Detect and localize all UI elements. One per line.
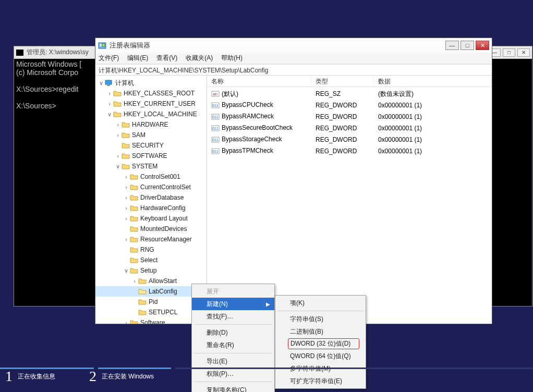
tree-hklm[interactable]: ∨HKEY_LOCAL_MACHINE [95, 109, 207, 119]
chevron-right-icon[interactable]: › [123, 183, 130, 191]
cmd-close-button[interactable]: ✕ [517, 48, 530, 57]
header-name[interactable]: 名称 [207, 76, 311, 87]
chevron-down-icon[interactable]: ∨ [98, 79, 105, 87]
ctx-new[interactable]: 新建(N)▶ [192, 298, 274, 310]
step-label: 正在安装 Windows [102, 372, 154, 381]
folder-icon [122, 131, 130, 139]
value-row[interactable]: 011BypassTPMCheckREG_DWORD0x00000001 (1) [207, 145, 492, 157]
tree-allowstart[interactable]: ›AllowStart [95, 276, 207, 286]
ctx-rename[interactable]: 重命名(R) [192, 339, 274, 351]
menu-file[interactable]: 文件(F) [99, 54, 119, 63]
tree-setupcl[interactable]: ›SETUPCL [95, 307, 207, 317]
tree-rng[interactable]: ›RNG [95, 244, 207, 255]
value-type: REG_DWORD [311, 125, 374, 132]
separator [194, 353, 272, 353]
ctx-new-key[interactable]: 项(K) [275, 297, 366, 309]
svg-rect-5 [107, 85, 110, 86]
dword-value-icon: 011 [211, 136, 220, 144]
regedit-maximize-button[interactable]: □ [461, 41, 474, 50]
chevron-right-icon[interactable]: › [114, 152, 122, 160]
tree-security[interactable]: ›SECURITY [95, 140, 207, 151]
regedit-titlebar[interactable]: 注册表编辑器 — □ ✕ [95, 38, 492, 53]
value-type: REG_DWORD [311, 136, 374, 143]
separator [194, 324, 272, 325]
tree-controlset001[interactable]: ›ControlSet001 [95, 172, 207, 182]
folder-icon [122, 163, 130, 170]
tree-currentcontrolset[interactable]: ›CurrentControlSet [95, 182, 207, 192]
cmd-maximize-button[interactable]: □ [503, 48, 515, 57]
chevron-right-icon[interactable]: › [106, 100, 113, 107]
chevron-down-icon[interactable]: ∨ [114, 163, 122, 170]
value-row[interactable]: 011BypassStorageCheckREG_DWORD0x00000001… [207, 134, 492, 145]
chevron-right-icon[interactable]: › [123, 194, 130, 201]
ctx-expand[interactable]: 展开 [192, 285, 274, 298]
svg-text:011: 011 [212, 138, 219, 142]
ctx-new-string[interactable]: 字符串值(S) [275, 313, 366, 325]
svg-rect-1 [100, 44, 102, 45]
value-row[interactable]: 011BypassRAMCheckREG_DWORD0x00000001 (1) [207, 111, 492, 123]
tree-setup[interactable]: ∨Setup [95, 265, 207, 276]
tree-hkcu[interactable]: ›HKEY_CURRENT_USER [95, 99, 207, 109]
address-text: 计算机\HKEY_LOCAL_MACHINE\SYSTEM\Setup\LabC… [99, 67, 268, 74]
tree-hardwareconfig[interactable]: ›HardwareConfig [95, 203, 207, 213]
folder-icon [122, 121, 130, 128]
header-type[interactable]: 类型 [311, 76, 374, 87]
folder-icon [113, 100, 122, 107]
tree-mounteddevices[interactable]: ›MountedDevices [95, 224, 207, 234]
tree-keyboardlayout[interactable]: ›Keyboard Layout [95, 213, 207, 224]
address-bar[interactable]: 计算机\HKEY_LOCAL_MACHINE\SYSTEM\Setup\LabC… [95, 64, 492, 76]
tree-driverdatabase[interactable]: ›DriverDatabase [95, 192, 207, 203]
setup-steps: 1 正在收集信息 2 正在安装 Windows [5, 366, 528, 387]
tree-labconfig[interactable]: ›LabConfig [95, 286, 207, 297]
regedit-menubar: 文件(F) 编辑(E) 查看(V) 收藏夹(A) 帮助(H) [95, 53, 492, 64]
tree-software2[interactable]: ›Software [95, 317, 207, 324]
folder-icon [130, 225, 138, 232]
menu-view[interactable]: 查看(V) [156, 54, 177, 63]
dword-value-icon: 011 [211, 124, 220, 132]
chevron-down-icon[interactable]: ∨ [123, 267, 130, 274]
chevron-right-icon[interactable]: › [123, 204, 130, 212]
value-row[interactable]: ab(默认)REG_SZ(数值未设置) [207, 88, 492, 100]
ctx-new-binary[interactable]: 二进制值(B) [275, 325, 366, 338]
folder-icon [113, 111, 122, 118]
step-number: 2 [89, 368, 96, 385]
chevron-right-icon[interactable]: › [114, 121, 122, 128]
svg-rect-4 [105, 80, 112, 84]
ctx-new-dword[interactable]: DWORD (32 位)值(D) [288, 338, 359, 349]
tree-select[interactable]: ›Select [95, 255, 207, 265]
tree-pane[interactable]: ∨计算机 ›HKEY_CLASSES_ROOT ›HKEY_CURRENT_US… [95, 76, 207, 324]
chevron-right-icon[interactable]: › [123, 215, 130, 222]
folder-icon [130, 204, 138, 212]
regedit-icon [98, 41, 106, 50]
menu-edit[interactable]: 编辑(E) [127, 54, 148, 63]
regedit-minimize-button[interactable]: — [445, 41, 459, 50]
value-data: 0x00000001 (1) [374, 136, 492, 143]
ctx-delete[interactable]: 删除(D) [192, 326, 274, 339]
header-data[interactable]: 数据 [374, 76, 492, 87]
tree-pid[interactable]: ›Pid [95, 297, 207, 307]
dword-value-icon: 011 [211, 147, 220, 155]
tree-resourcemanager[interactable]: ›ResourceManager [95, 234, 207, 244]
menu-help[interactable]: 帮助(H) [221, 54, 243, 63]
tree-computer[interactable]: ∨计算机 [95, 78, 207, 88]
dword-value-icon: 011 [211, 101, 220, 109]
chevron-down-icon[interactable]: ∨ [106, 111, 113, 118]
tree-software[interactable]: ›SOFTWARE [95, 151, 207, 161]
ctx-find[interactable]: 查找(F)… [192, 310, 274, 323]
menu-favorites[interactable]: 收藏夹(A) [186, 54, 213, 63]
chevron-right-icon[interactable]: › [114, 131, 122, 139]
value-row[interactable]: 011BypassSecureBootCheckREG_DWORD0x00000… [207, 123, 492, 134]
ctx-new-qword[interactable]: QWORD (64 位)值(Q) [275, 350, 366, 362]
tree-hkcr[interactable]: ›HKEY_CLASSES_ROOT [95, 88, 207, 99]
regedit-close-button[interactable]: ✕ [476, 41, 489, 50]
folder-icon [130, 267, 138, 274]
chevron-right-icon[interactable]: › [123, 236, 130, 243]
tree-system[interactable]: ∨SYSTEM [95, 161, 207, 172]
tree-sam[interactable]: ›SAM [95, 130, 207, 140]
value-row[interactable]: 011BypassCPUCheckREG_DWORD0x00000001 (1) [207, 100, 492, 111]
chevron-right-icon[interactable]: › [123, 173, 130, 180]
chevron-right-icon[interactable]: › [123, 319, 130, 324]
chevron-right-icon[interactable]: › [131, 277, 138, 285]
chevron-right-icon[interactable]: › [106, 90, 113, 97]
tree-hardware[interactable]: ›HARDWARE [95, 119, 207, 130]
